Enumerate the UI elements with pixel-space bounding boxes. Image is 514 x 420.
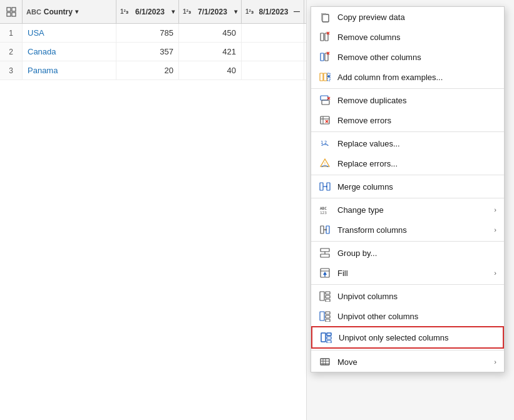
table-row: 3 Panama 20 40 [0,61,306,80]
col-type-date2: 1²₃ [183,9,191,15]
menu-label-fill: Fill [337,269,488,278]
svg-rect-52 [326,312,330,314]
col-dropdown-country[interactable]: ▾ [75,8,78,15]
menu-item-unpivot-other-columns[interactable]: Unpivot other columns [311,306,504,326]
svg-rect-49 [326,295,330,298]
svg-rect-50 [326,299,330,302]
svg-rect-2 [7,13,11,16]
menu-label-replace-values: Replace values... [337,139,496,148]
add-col-icon [319,71,331,83]
col-label-date3: 8/1/2023 [259,8,289,16]
menu-label-remove-duplicates: Remove duplicates [337,96,496,105]
arrow-fill: › [494,269,496,277]
remove-dup-icon [319,94,331,106]
col-label-date2: 7/1/2023 [198,8,227,16]
col-label-date1: 6/1/2023 [135,8,165,16]
table-header: ABC Country ▾ 1²₃ 6/1/2023 ▾ 1²₃ 7/1/202… [0,0,306,24]
svg-rect-40 [321,248,329,252]
col-header-date1[interactable]: 1²₃ 6/1/2023 ▾ [116,0,179,23]
change-type-icon: ABC 123 [319,203,331,216]
menu-label-remove-other-columns: Remove other columns [337,53,496,62]
context-menu: Copy preview data Remove columns Remove … [311,6,505,372]
separator-6 [311,284,504,285]
col-header-country[interactable]: ABC Country ▾ [23,0,116,23]
menu-item-unpivot-selected[interactable]: Unpivot only selected columns [311,326,504,349]
arrow-transform: › [494,226,496,233]
menu-item-remove-columns[interactable]: Remove columns [311,27,504,47]
cell-d2-1: 450 [179,24,242,42]
cell-d1-2: 357 [116,43,179,61]
group-icon [319,247,331,259]
separator-2 [311,131,504,132]
unpivot-icon [319,290,331,302]
unpivot-selected-icon [320,331,332,344]
cell-d2-3: 40 [179,61,242,79]
svg-rect-1 [12,8,16,11]
menu-item-merge-columns[interactable]: Merge columns [311,177,504,197]
svg-text:!: ! [324,161,326,166]
menu-item-remove-duplicates[interactable]: Remove duplicates [311,90,504,110]
svg-rect-14 [324,73,327,81]
menu-item-replace-errors[interactable]: ! Replace errors... [311,153,504,173]
col-type-date1: 1²₃ [120,9,128,15]
transform-icon [319,223,331,236]
separator-4 [311,198,504,198]
svg-rect-58 [327,341,331,343]
copy-icon [319,11,331,23]
svg-rect-36 [321,226,324,233]
col-type-date3: 1²₃ [245,9,254,15]
svg-rect-56 [327,333,331,335]
col-dropdown-date2[interactable]: ▾ [234,8,237,15]
col-header-date3[interactable]: 1²₃ 8/1/2023 — [242,0,304,23]
svg-rect-41 [321,254,329,257]
menu-item-remove-other-columns[interactable]: Remove other columns [311,47,504,67]
svg-rect-53 [326,315,330,318]
cell-d2-2: 421 [179,43,242,61]
svg-rect-13 [320,73,323,81]
cell-d3-2 [242,43,304,61]
menu-item-change-type[interactable]: ABC 123 Change type › [311,200,504,220]
svg-rect-47 [320,292,324,300]
col-header-rownum [0,0,23,23]
cell-rownum-2: 2 [0,43,23,61]
menu-label-add-column: Add column from examples... [337,73,496,82]
menu-label-unpivot-columns: Unpivot columns [337,292,496,301]
replace-err-icon: ! [319,157,331,170]
menu-label-unpivot-other-columns: Unpivot other columns [337,312,496,321]
cell-country-1: USA [23,24,116,42]
menu-item-unpivot-columns[interactable]: Unpivot columns [311,286,504,306]
menu-label-move: Move [337,357,488,367]
svg-rect-48 [326,292,330,294]
menu-label-unpivot-selected: Unpivot only selected columns [339,333,495,342]
remove-err-icon [319,114,331,126]
menu-item-remove-errors[interactable]: Remove errors [311,110,504,130]
col-label-country: Country [44,8,73,16]
separator-1 [311,88,504,89]
cell-d1-1: 785 [116,24,179,42]
menu-label-group-by: Group by... [337,248,496,258]
svg-text:123: 123 [320,210,327,215]
col-header-date2[interactable]: 1²₃ 7/1/2023 ▾ [179,0,242,23]
menu-item-add-column[interactable]: Add column from examples... [311,67,504,87]
move-icon [319,356,331,368]
menu-label-replace-errors: Replace errors... [337,159,496,168]
menu-item-move[interactable]: Move › [311,352,504,372]
menu-label-change-type: Change type [337,205,488,215]
menu-item-transform-columns[interactable]: Transform columns › [311,220,504,240]
merge-cols-icon [319,180,331,193]
cell-rownum-3: 3 [0,61,23,79]
cell-country-3: Panama [23,61,116,79]
svg-rect-3 [12,13,16,16]
menu-item-replace-values[interactable]: 1 2 Replace values... [311,133,504,153]
col-dropdown-date1[interactable]: ▾ [172,8,175,15]
menu-item-copy-preview[interactable]: Copy preview data [311,7,504,27]
svg-rect-18 [321,96,328,100]
separator-3 [311,175,504,175]
cell-d3-1 [242,24,304,42]
col-dropdown-date3[interactable]: — [294,8,300,15]
menu-item-fill[interactable]: Fill › [311,263,504,283]
menu-item-group-by[interactable]: Group by... [311,243,504,263]
menu-label-copy-preview: Copy preview data [337,13,496,22]
menu-label-transform-columns: Transform columns [337,225,488,235]
svg-marker-45 [323,272,327,275]
